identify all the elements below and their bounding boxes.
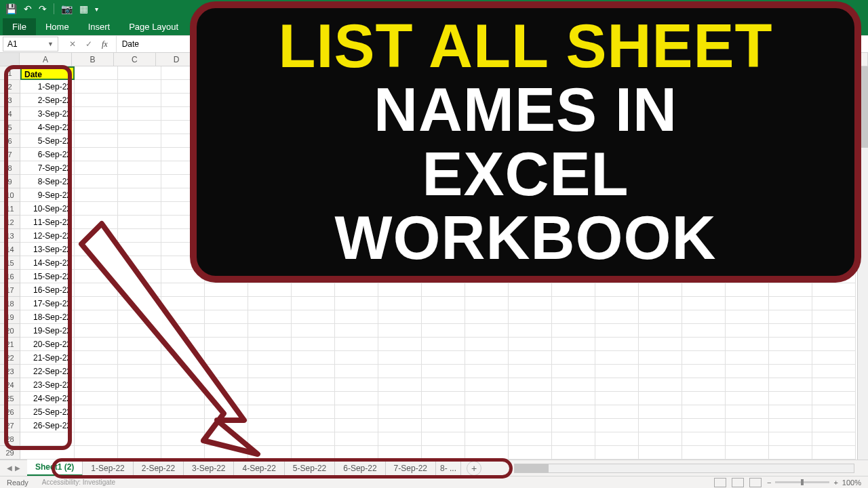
zoom-slider[interactable] xyxy=(775,481,829,483)
cell[interactable] xyxy=(682,405,726,419)
cell[interactable] xyxy=(465,324,509,338)
customize-dropdown-icon[interactable]: ▾ xyxy=(95,5,98,13)
cell[interactable] xyxy=(422,405,465,419)
cell[interactable] xyxy=(682,432,726,446)
cell[interactable] xyxy=(812,432,856,446)
cell[interactable] xyxy=(726,324,769,338)
cell[interactable] xyxy=(161,446,205,460)
row-header[interactable]: 7 xyxy=(0,148,20,161)
cell[interactable] xyxy=(118,378,161,392)
cell[interactable] xyxy=(75,80,118,94)
horizontal-scrollbar-thumb[interactable] xyxy=(515,464,549,472)
cell[interactable] xyxy=(422,365,465,378)
cell[interactable] xyxy=(292,378,335,392)
cell[interactable] xyxy=(769,446,812,460)
cell[interactable] xyxy=(118,148,161,161)
cell[interactable] xyxy=(118,432,161,446)
cell[interactable] xyxy=(118,270,161,283)
cell[interactable] xyxy=(465,432,509,446)
row-header[interactable]: 4 xyxy=(0,107,20,121)
cell[interactable] xyxy=(248,378,292,392)
cell[interactable]: 19-Sep-22 xyxy=(20,324,75,338)
cell[interactable] xyxy=(422,351,465,365)
cell[interactable] xyxy=(595,365,639,378)
cell[interactable] xyxy=(292,432,335,446)
row-header[interactable]: 9 xyxy=(0,175,20,188)
cell[interactable]: 10-Sep-22 xyxy=(20,202,75,216)
cell[interactable] xyxy=(335,392,378,405)
cell[interactable]: 5-Sep-22 xyxy=(20,134,75,148)
nav-first-icon[interactable]: ◀ xyxy=(7,464,12,472)
cell[interactable] xyxy=(726,392,769,405)
cell[interactable] xyxy=(335,378,378,392)
cell[interactable] xyxy=(465,392,509,405)
row-header[interactable]: 5 xyxy=(0,121,20,134)
cell[interactable] xyxy=(726,338,769,351)
cell[interactable] xyxy=(205,378,248,392)
cell[interactable] xyxy=(509,432,552,446)
cell[interactable] xyxy=(335,446,378,460)
cell[interactable] xyxy=(769,310,812,324)
cell[interactable] xyxy=(248,338,292,351)
cell[interactable] xyxy=(812,365,856,378)
row-header[interactable]: 23 xyxy=(0,365,20,378)
cell[interactable] xyxy=(595,392,639,405)
cell[interactable] xyxy=(595,338,639,351)
cell[interactable] xyxy=(552,297,595,310)
col-header-C[interactable]: C xyxy=(114,53,156,66)
add-sheet-button[interactable]: + xyxy=(467,461,481,476)
cell[interactable] xyxy=(639,419,682,432)
cell[interactable] xyxy=(118,216,161,229)
cell[interactable] xyxy=(378,338,422,351)
cell[interactable] xyxy=(378,446,422,460)
cell[interactable] xyxy=(422,283,465,297)
cell[interactable] xyxy=(509,392,552,405)
cell[interactable] xyxy=(595,297,639,310)
cell[interactable] xyxy=(118,283,161,297)
cell[interactable] xyxy=(509,405,552,419)
cell[interactable] xyxy=(75,419,118,432)
row-header[interactable]: 17 xyxy=(0,283,20,297)
cell[interactable]: 17-Sep-22 xyxy=(20,297,75,310)
cell[interactable] xyxy=(205,392,248,405)
cell[interactable] xyxy=(75,175,118,188)
cell[interactable] xyxy=(292,338,335,351)
cell[interactable] xyxy=(118,188,161,202)
sheet-tab[interactable]: 6-Sep-22 xyxy=(335,461,385,476)
cell-header[interactable]: Date xyxy=(20,66,75,80)
cell[interactable] xyxy=(422,419,465,432)
cell[interactable] xyxy=(639,405,682,419)
cell[interactable] xyxy=(422,392,465,405)
cell[interactable] xyxy=(378,324,422,338)
cell[interactable] xyxy=(248,351,292,365)
row-header[interactable]: 1 xyxy=(0,66,20,80)
cell[interactable]: 16-Sep-22 xyxy=(20,283,75,297)
cell[interactable] xyxy=(595,419,639,432)
cell[interactable] xyxy=(248,419,292,432)
cell[interactable]: 26-Sep-22 xyxy=(20,419,75,432)
cell[interactable] xyxy=(335,310,378,324)
cell[interactable] xyxy=(465,351,509,365)
cell[interactable] xyxy=(248,283,292,297)
cell[interactable] xyxy=(769,419,812,432)
cell[interactable] xyxy=(769,338,812,351)
cell[interactable] xyxy=(75,148,118,161)
cell[interactable]: 4-Sep-22 xyxy=(20,121,75,134)
cell[interactable] xyxy=(292,392,335,405)
cancel-icon[interactable]: ✕ xyxy=(66,38,79,50)
cell[interactable] xyxy=(248,405,292,419)
cell[interactable]: 22-Sep-22 xyxy=(20,365,75,378)
cell[interactable]: 23-Sep-22 xyxy=(20,378,75,392)
cell[interactable] xyxy=(726,446,769,460)
cell[interactable] xyxy=(509,351,552,365)
cell[interactable] xyxy=(509,283,552,297)
cell[interactable] xyxy=(552,405,595,419)
cell[interactable] xyxy=(205,338,248,351)
cell[interactable] xyxy=(118,324,161,338)
sheet-tab[interactable]: 5-Sep-22 xyxy=(285,461,335,476)
col-header-B[interactable]: B xyxy=(72,53,114,66)
cell[interactable] xyxy=(161,392,205,405)
row-header[interactable]: 10 xyxy=(0,188,20,202)
cell[interactable] xyxy=(292,419,335,432)
cell[interactable]: 25-Sep-22 xyxy=(20,405,75,419)
